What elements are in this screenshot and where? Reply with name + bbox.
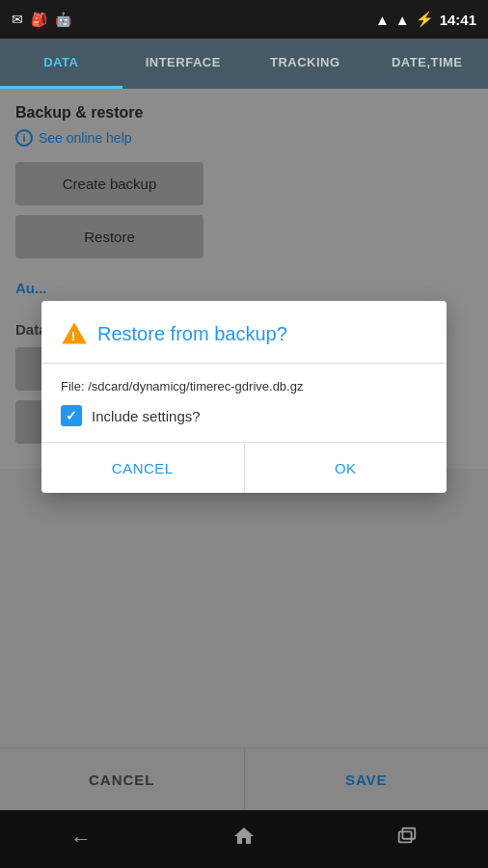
status-bar: ✉ 🎒 🤖 ▲ ▲ ⚡ 14:41	[0, 0, 488, 39]
dialog-ok-button[interactable]: OK	[245, 443, 447, 493]
tab-data[interactable]: DATA	[0, 39, 122, 89]
tab-datetime[interactable]: DATE,TIME	[366, 39, 489, 89]
file-path: File: /sdcard/dynamicg/timerec-gdrive.db…	[61, 379, 427, 393]
bag-icon: 🎒	[31, 12, 47, 27]
status-icons-right: ▲ ▲ ⚡ 14:41	[375, 11, 476, 28]
clock: 14:41	[440, 12, 476, 28]
restore-dialog: ! Restore from backup? File: /sdcard/dyn…	[41, 301, 447, 493]
dialog-title-row: ! Restore from backup?	[41, 301, 447, 364]
tab-bar: DATA INTERFACE TRACKING DATE,TIME	[0, 39, 488, 89]
warning-icon: !	[61, 320, 88, 347]
email-icon: ✉	[12, 12, 23, 27]
dialog-cancel-button[interactable]: Cancel	[41, 443, 245, 493]
include-settings-checkbox[interactable]	[61, 405, 82, 426]
battery-icon: ⚡	[416, 11, 434, 28]
dialog-actions: Cancel OK	[41, 443, 447, 493]
svg-text:!: !	[71, 329, 75, 343]
dialog-body: File: /sdcard/dynamicg/timerec-gdrive.db…	[41, 364, 447, 443]
tab-tracking[interactable]: TRACKING	[244, 39, 366, 89]
include-settings-label: Include settings?	[92, 408, 201, 424]
tab-interface[interactable]: INTERFACE	[122, 39, 245, 89]
status-icons-left: ✉ 🎒 🤖	[12, 12, 71, 27]
android-icon: 🤖	[55, 12, 71, 27]
signal-icon: ▲	[395, 12, 410, 28]
dialog-title-text: Restore from backup?	[97, 323, 287, 345]
include-settings-row[interactable]: Include settings?	[61, 405, 427, 426]
wifi-icon: ▲	[375, 12, 390, 28]
dialog-overlay: ! Restore from backup? File: /sdcard/dyn…	[0, 89, 488, 868]
